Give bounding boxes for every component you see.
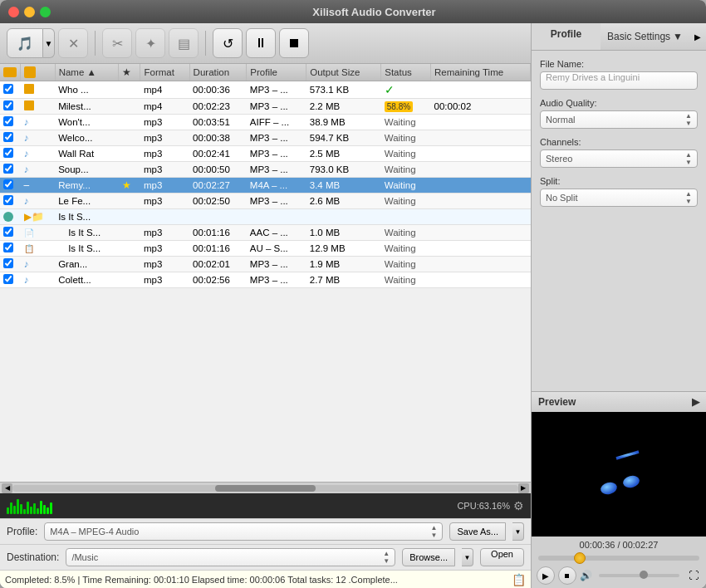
table-row[interactable]: 📋 Is It S... mp3 00:01:16 AU – S... 12.9… — [0, 241, 531, 257]
close-button[interactable] — [8, 7, 19, 17]
right-panel-next-arrow[interactable]: ▶ — [689, 23, 706, 50]
row-check[interactable] — [0, 209, 21, 225]
channels-select[interactable]: Stereo ▲▼ — [540, 149, 698, 168]
row-star[interactable] — [119, 130, 140, 146]
table-row[interactable]: ♪ Colett... mp3 00:02:56 MP3 – ... 2.7 M… — [0, 272, 531, 288]
col-format-header[interactable]: Format — [140, 64, 189, 81]
browse-button[interactable]: Browse... — [402, 548, 455, 566]
cut-button[interactable]: ✂ — [102, 28, 132, 58]
row-star[interactable] — [119, 115, 140, 130]
wave-bar — [23, 509, 26, 514]
row-check[interactable] — [0, 257, 21, 272]
row-check[interactable] — [0, 272, 21, 288]
table-row[interactable]: Who ... mp4 00:00:36 MP3 – ... 573.1 KB … — [0, 81, 531, 99]
tab-profile[interactable]: Profile — [532, 23, 601, 50]
horizontal-scrollbar[interactable]: ◀ ▶ — [0, 482, 531, 493]
row-check[interactable] — [0, 146, 21, 162]
clip-button[interactable]: ▤ — [169, 28, 199, 58]
row-status: Waiting — [381, 178, 431, 194]
row-star[interactable] — [119, 162, 140, 178]
open-button[interactable]: Open — [480, 548, 524, 566]
delete-button[interactable]: ✕ — [58, 28, 88, 58]
col-remaining-header[interactable]: Remaining Time — [431, 64, 531, 81]
pause-button[interactable]: ⏸ — [246, 28, 276, 58]
convert-button[interactable]: ↺ — [213, 28, 243, 58]
row-star[interactable] — [119, 146, 140, 162]
scroll-left-btn[interactable]: ◀ — [2, 483, 12, 493]
row-star[interactable] — [119, 272, 140, 288]
row-check[interactable] — [0, 162, 21, 178]
row-check[interactable] — [0, 225, 21, 241]
add-dropdown-arrow[interactable]: ▼ — [43, 28, 55, 58]
row-star[interactable]: ★ — [119, 178, 140, 194]
volume-slider[interactable] — [599, 574, 679, 577]
row-name: Colett... — [55, 272, 119, 288]
col-status-header[interactable]: Status — [381, 64, 431, 81]
volume-thumb[interactable] — [640, 571, 648, 579]
preview-progress-thumb[interactable] — [574, 552, 586, 564]
row-icon: ♪ — [21, 146, 56, 162]
row-format: mp3 — [140, 194, 189, 209]
preview-progress-bar[interactable] — [538, 556, 699, 561]
row-name: Le Fe... — [55, 194, 119, 209]
play-button[interactable]: ▶ — [537, 566, 555, 585]
maximize-button[interactable] — [40, 7, 51, 17]
table-row[interactable]: ♪ Wall Rat mp3 00:02:41 MP3 – ... 2.5 MB… — [0, 146, 531, 162]
scroll-right-btn[interactable]: ▶ — [518, 483, 529, 493]
row-star[interactable] — [119, 194, 140, 209]
info-icon[interactable]: 📋 — [512, 573, 526, 586]
save-as-dropdown[interactable]: ▼ — [512, 522, 524, 541]
save-as-button[interactable]: Save As... — [449, 522, 506, 541]
scrollbar-thumb[interactable] — [215, 485, 316, 492]
row-format: mp3 — [140, 146, 189, 162]
file-table-container[interactable]: Name ▲ ★ Format Duration Profile Output … — [0, 64, 531, 482]
preview-time-display: 00:00:36 / 00:02:27 — [532, 537, 706, 553]
col-output-header[interactable]: Output Size — [306, 64, 381, 81]
row-star[interactable] — [119, 241, 140, 257]
channels-field-group: Channels: Stereo ▲▼ — [540, 137, 698, 168]
browse-dropdown[interactable]: ▼ — [462, 548, 473, 566]
row-check[interactable] — [0, 241, 21, 257]
destination-select[interactable]: /Music ▲▼ — [66, 548, 395, 566]
table-row[interactable]: ♪ Soup... mp3 00:00:50 MP3 – ... 793.0 K… — [0, 162, 531, 178]
table-row[interactable]: ♪ Gran... mp3 00:02:01 MP3 – ... 1.9 MB … — [0, 257, 531, 272]
row-check[interactable] — [0, 81, 21, 99]
row-check[interactable] — [0, 130, 21, 146]
table-row[interactable]: Milest... mp4 00:02:23 MP3 – ... 2.2 MB … — [0, 99, 531, 115]
tab-basic-settings[interactable]: Basic Settings ▼ — [601, 23, 689, 50]
row-star[interactable] — [119, 257, 140, 272]
settings-icon[interactable]: ⚙ — [513, 499, 524, 512]
effects-button[interactable]: ✦ — [135, 28, 165, 58]
col-name-header[interactable]: Name ▲ — [55, 64, 119, 81]
col-profile-header[interactable]: Profile — [247, 64, 306, 81]
row-star[interactable] — [119, 99, 140, 115]
add-button-group[interactable]: 🎵 ▼ — [7, 28, 55, 58]
row-check[interactable] — [0, 194, 21, 209]
table-row[interactable]: ♪ Welco... mp3 00:00:38 MP3 – ... 594.7 … — [0, 130, 531, 146]
scrollbar-track[interactable] — [12, 485, 517, 492]
table-row[interactable]: ♪ Le Fe... mp3 00:02:50 MP3 – ... 2.6 MB… — [0, 194, 531, 209]
row-name: Who ... — [55, 81, 119, 99]
table-row-group[interactable]: ▶📁 Is It S... — [0, 209, 531, 225]
add-audio-button[interactable]: 🎵 — [7, 28, 43, 58]
stop-button[interactable]: ⏹ — [279, 28, 309, 58]
table-row[interactable]: – Remy... ★ mp3 00:02:27 M4A – ... 3.4 M… — [0, 178, 531, 194]
table-row[interactable]: ♪ Won't... mp3 00:03:51 AIFF – ... 38.9 … — [0, 115, 531, 130]
profile-select[interactable]: M4A – MPEG-4 Audio ▲▼ — [44, 522, 443, 541]
split-select[interactable]: No Split ▲▼ — [540, 189, 698, 207]
col-duration-header[interactable]: Duration — [189, 64, 247, 81]
row-star[interactable] — [119, 225, 140, 241]
minimize-button[interactable] — [24, 7, 35, 17]
row-check[interactable] — [0, 115, 21, 130]
fullscreen-button[interactable]: ⛶ — [686, 568, 701, 583]
row-check[interactable] — [0, 99, 21, 115]
row-star[interactable] — [119, 81, 140, 99]
table-row[interactable]: 📄 Is It S... mp3 00:01:16 AAC – ... 1.0 … — [0, 225, 531, 241]
audio-quality-select[interactable]: Normal ▲▼ — [540, 110, 698, 129]
preview-progress-area[interactable] — [532, 553, 706, 563]
row-check[interactable] — [0, 178, 21, 194]
stop-preview-button[interactable]: ⏹ — [558, 566, 576, 585]
filename-input[interactable]: Remy Drives a Linguini — [540, 71, 698, 90]
row-format: mp3 — [140, 130, 189, 146]
preview-expand-icon[interactable]: ▶ — [692, 396, 699, 408]
